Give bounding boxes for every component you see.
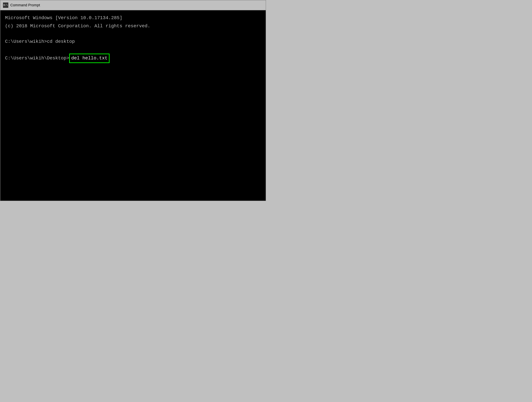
window-title: Command Prompt bbox=[10, 3, 40, 7]
blank-line-2 bbox=[5, 46, 261, 54]
command-prompt-window: C:\ Command Prompt Microsoft Windows [Ve… bbox=[0, 0, 266, 201]
blank-line-1 bbox=[5, 31, 261, 38]
highlighted-del-command: del hello.txt bbox=[69, 54, 109, 63]
prompt-prefix: C:\Users\wikih\Desktop> bbox=[5, 55, 69, 62]
cmd-icon: C:\ bbox=[3, 2, 8, 8]
version-line: Microsoft Windows [Version 10.0.17134.28… bbox=[5, 14, 261, 22]
cd-command-line: C:\Users\wikih>cd desktop bbox=[5, 38, 261, 45]
del-command-line: C:\Users\wikih\Desktop>del hello.txt bbox=[5, 54, 261, 63]
blank-line-3 bbox=[5, 63, 261, 71]
copyright-line: (c) 2018 Microsoft Corporation. All righ… bbox=[5, 22, 261, 30]
console-output[interactable]: Microsoft Windows [Version 10.0.17134.28… bbox=[0, 10, 266, 201]
title-bar: C:\ Command Prompt bbox=[0, 0, 266, 10]
